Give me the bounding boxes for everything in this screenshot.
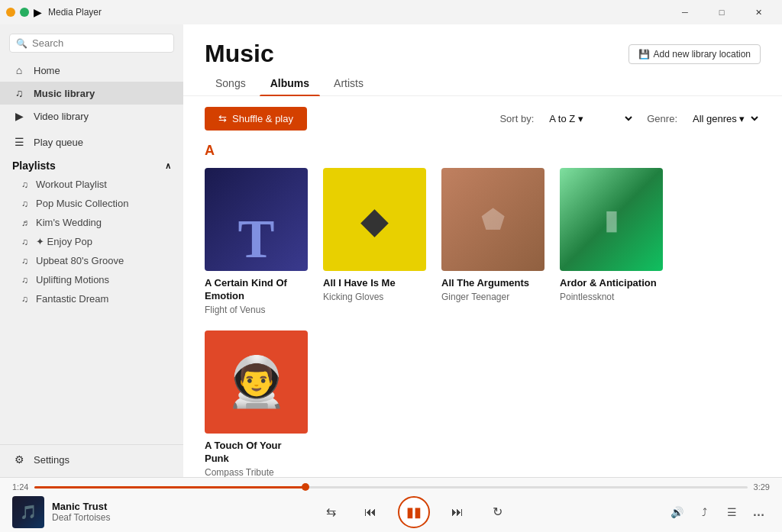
playlist-btn[interactable]: ☰ [721, 501, 742, 523]
title-bar: ▶ Media Player ─ □ ✕ [0, 0, 782, 24]
next-btn[interactable]: ⏭ [445, 500, 470, 524]
tab-songs[interactable]: Songs [205, 71, 257, 95]
home-icon: ⌂ [12, 64, 26, 76]
volume-btn[interactable]: 🔊 [666, 501, 687, 523]
sidebar-item-settings[interactable]: ⚙ Settings [0, 448, 183, 471]
section-letter-a: A [205, 143, 761, 159]
album-title-touch-punk: A Touch Of Your Punk [205, 440, 308, 466]
playlist-icon-uplifting: ♫ [21, 275, 28, 285]
maximize-icon [20, 8, 29, 17]
track-artist: Deaf Tortoises [52, 512, 110, 523]
tab-albums[interactable]: Albums [260, 71, 320, 95]
playlist-label-fantastic: Fantastic Dream [36, 293, 108, 305]
add-library-icon: 💾 [638, 49, 650, 60]
search-input[interactable] [32, 37, 167, 49]
music-icon: ♫ [12, 87, 26, 99]
playlist-item-workout[interactable]: ♫ Workout Playlist [0, 175, 183, 194]
playlist-icon-wedding: ♬ [21, 218, 28, 228]
window-controls[interactable]: ─ □ ✕ [667, 0, 776, 24]
playlist-item-enjoy-pop[interactable]: ♫ ✦ Enjoy Pop [0, 232, 183, 251]
album-art-certain-kind: T [205, 168, 308, 271]
add-library-btn[interactable]: 💾 Add new library location [629, 44, 761, 64]
play-pause-btn[interactable]: ▮▮ [398, 496, 430, 528]
tabs-bar: Songs Albums Artists [183, 71, 782, 96]
album-card-certain-kind[interactable]: T A Certain Kind Of Emotion Flight of Ve… [205, 168, 308, 315]
main-content: Music 💾 Add new library location Songs A… [183, 24, 782, 477]
app-title: Media Player [48, 7, 102, 18]
sidebar-item-video-library[interactable]: ▶ Video library [0, 105, 183, 127]
albums-section: A T A Certain Kind Of Emotion Flight of … [183, 138, 782, 477]
track-info: 🎵 Manic Trust Deaf Tortoises [12, 496, 180, 528]
sidebar-bottom: ⚙ Settings [0, 444, 183, 471]
window-minimize-btn[interactable]: ─ [667, 0, 703, 24]
tab-artists[interactable]: Artists [323, 71, 374, 95]
app-icon: ▶ [34, 6, 42, 18]
progress-fill [34, 486, 305, 488]
minimize-icon [6, 8, 15, 17]
playlist-icon-enjoy: ♫ [21, 237, 28, 247]
now-playing-thumb: 🎵 [12, 496, 44, 528]
progress-bar[interactable] [34, 486, 747, 488]
track-text: Manic Trust Deaf Tortoises [52, 501, 110, 523]
sort-select[interactable]: A to Z ▾ Z to A Recently Added [546, 112, 635, 125]
shuffle-btn[interactable]: ⇆ Shuffle & play [205, 107, 307, 131]
sidebar-label-queue: Play queue [34, 137, 83, 148]
album-artist-all-i-have: Kicking Gloves [323, 292, 426, 302]
search-bar[interactable]: 🔍 [9, 34, 174, 53]
album-title-ardor: Ardor & Anticipation [560, 277, 663, 290]
shuffle-icon: ⇆ [218, 113, 227, 124]
genre-label: Genre: [647, 113, 677, 124]
album-card-touch-punk[interactable]: 👨‍🚀 A Touch Of Your Punk Compass Tribute [205, 330, 308, 477]
content-header: Music 💾 Add new library location [183, 24, 782, 68]
track-name: Manic Trust [52, 501, 110, 512]
album-artist-certain-kind: Flight of Venus [205, 305, 308, 315]
video-icon: ▶ [12, 110, 26, 122]
search-icon: 🔍 [16, 38, 27, 49]
playlist-item-uplifting[interactable]: ♫ Uplifting Motions [0, 270, 183, 289]
progress-current: 1:24 [12, 482, 28, 492]
playlist-item-fantastic[interactable]: ♫ Fantastic Dream [0, 289, 183, 308]
playlist-item-upbeat[interactable]: ♫ Upbeat 80's Groove [0, 251, 183, 270]
sort-label: Sort by: [499, 113, 534, 124]
playlist-label-workout: Workout Playlist [36, 179, 107, 190]
window-close-btn[interactable]: ✕ [741, 0, 776, 24]
content-toolbar: ⇆ Shuffle & play Sort by: A to Z ▾ Z to … [183, 96, 782, 138]
sidebar-label-video: Video library [34, 111, 89, 122]
album-art-all-arguments: ⬟ [441, 168, 544, 271]
shuffle-control-btn[interactable]: ⇆ [318, 500, 343, 524]
playlist-item-wedding[interactable]: ♬ Kim's Wedding [0, 213, 183, 232]
playlist-icon-upbeat: ♫ [21, 256, 28, 266]
album-title-certain-kind: A Certain Kind Of Emotion [205, 277, 308, 303]
sidebar-label-settings: Settings [34, 454, 69, 466]
album-art-all-i-have: ◆ [323, 168, 426, 271]
genre-select[interactable]: All genres ▾ Rock Pop Electronic [690, 112, 761, 125]
app-body: 🔍 ⌂ Home ♫ Music library ▶ Video library… [0, 24, 782, 477]
sidebar-item-music-library[interactable]: ♫ Music library [0, 82, 183, 105]
album-card-ardor[interactable]: ▮ Ardor & Anticipation Pointlessknot [560, 168, 663, 315]
album-card-all-arguments[interactable]: ⬟ All The Arguments Ginger Teenager [441, 168, 544, 315]
controls-right: 🔊 ⤴ ☰ … [648, 501, 770, 523]
queue-icon: ☰ [12, 136, 26, 148]
settings-icon: ⚙ [12, 453, 26, 466]
sidebar-item-queue[interactable]: ☰ Play queue [0, 131, 183, 153]
album-artist-touch-punk: Compass Tribute [205, 467, 308, 477]
progress-total: 3:29 [754, 482, 770, 492]
album-art-touch-punk: 👨‍🚀 [205, 330, 308, 434]
playlists-header[interactable]: Playlists ∧ [0, 153, 183, 175]
header-right: 💾 Add new library location [629, 44, 761, 64]
album-art-ardor: ▮ [560, 168, 663, 271]
playlist-item-pop[interactable]: ♫ Pop Music Collection [0, 194, 183, 213]
playlist-label-pop: Pop Music Collection [36, 198, 128, 209]
repeat-btn[interactable]: ↻ [485, 500, 509, 524]
album-card-all-i-have[interactable]: ◆ All I Have Is Me Kicking Gloves [323, 168, 426, 315]
expand-btn[interactable]: ⤴ [693, 501, 715, 523]
prev-btn[interactable]: ⏮ [358, 500, 383, 524]
now-playing-bar: 1:24 3:29 🎵 Manic Trust Deaf Tortoises ⇆… [0, 477, 782, 532]
sidebar-item-home[interactable]: ⌂ Home [0, 59, 183, 82]
window-restore-btn[interactable]: □ [704, 0, 739, 24]
sidebar: 🔍 ⌂ Home ♫ Music library ▶ Video library… [0, 24, 183, 477]
playlists-label: Playlists [12, 160, 56, 172]
playlist-label-enjoy: ✦ Enjoy Pop [36, 236, 92, 247]
albums-grid-a: T A Certain Kind Of Emotion Flight of Ve… [205, 168, 761, 477]
more-btn[interactable]: … [748, 501, 770, 523]
